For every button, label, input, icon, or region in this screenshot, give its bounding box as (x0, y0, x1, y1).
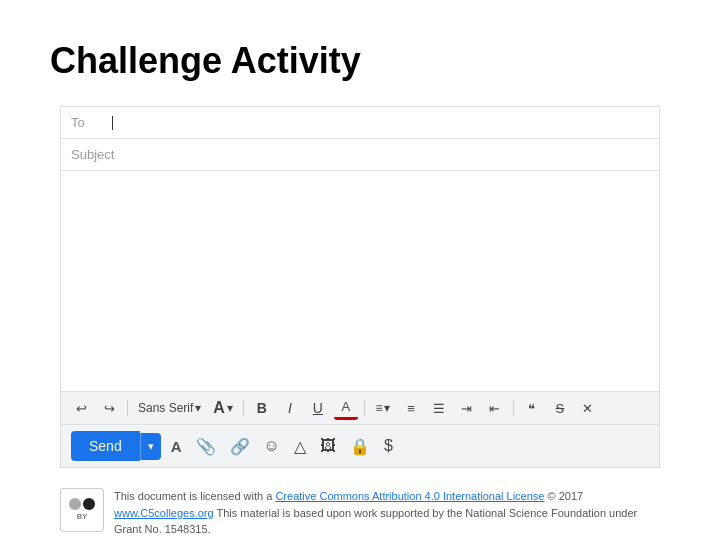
c5colleges-link[interactable]: www.C5colleges.org (114, 507, 214, 519)
email-body-area[interactable] (61, 171, 659, 391)
confidential-mode-button[interactable]: 🔒 (346, 433, 374, 460)
remove-format-icon: ✕ (582, 401, 593, 416)
italic-button[interactable]: I (278, 396, 302, 420)
indent-icon: ⇥ (461, 401, 472, 416)
send-btn-group: Send ▾ (71, 431, 161, 461)
email-composer: To Subject ↩ ↪ Sans Serif ▾ A ▾ B (60, 106, 660, 468)
footer: BY This document is licensed with a Crea… (50, 468, 670, 540)
toolbar-sep-3 (364, 400, 365, 416)
insert-emoji-button[interactable]: ☺ (260, 433, 284, 459)
cc-icons (69, 498, 95, 510)
undo-button[interactable]: ↩ (69, 396, 93, 420)
cursor-indicator (112, 116, 113, 130)
insert-link-button[interactable]: 🔗 (226, 433, 254, 460)
send-dropdown-button[interactable]: ▾ (140, 433, 161, 460)
blockquote-icon: ❝ (528, 401, 535, 416)
toolbar-sep-1 (127, 400, 128, 416)
strikethrough-button[interactable]: S (548, 396, 572, 420)
outdent-icon: ⇤ (489, 401, 500, 416)
subject-label: Subject (71, 147, 114, 162)
footer-text-1: This document is licensed with a (114, 490, 275, 502)
font-size-icon: A (213, 399, 225, 417)
toolbar-sep-4 (513, 400, 514, 416)
send-area: Send ▾ A 📎 🔗 ☺ △ 🖼 🔒 $ (61, 424, 659, 467)
to-label: To (71, 115, 111, 130)
toolbar-sep-2 (243, 400, 244, 416)
bold-button[interactable]: B (250, 396, 274, 420)
redo-button[interactable]: ↪ (97, 396, 121, 420)
blockquote-button[interactable]: ❝ (520, 396, 544, 420)
cc-label: BY (77, 511, 88, 523)
align-dropdown-icon: ▾ (384, 401, 390, 415)
cc-icon-1 (69, 498, 81, 510)
outdent-button[interactable]: ⇤ (483, 396, 507, 420)
insert-drive-button[interactable]: △ (290, 433, 310, 460)
format-text-button[interactable]: A (167, 434, 186, 459)
unordered-list-icon: ☰ (433, 401, 445, 416)
remove-format-button[interactable]: ✕ (576, 396, 600, 420)
signature-button[interactable]: $ (380, 433, 397, 459)
strikethrough-icon: S (556, 401, 565, 416)
subject-input[interactable] (114, 147, 649, 162)
font-color-button[interactable]: A (334, 396, 358, 420)
cc-license-link[interactable]: Creative Commons Attribution 4.0 Interna… (275, 490, 544, 502)
footer-text: This document is licensed with a Creativ… (114, 488, 660, 538)
align-icon: ≡ (375, 401, 382, 415)
page-container: Challenge Activity To Subject ↩ ↪ Sans S… (0, 0, 720, 540)
formatting-toolbar: ↩ ↪ Sans Serif ▾ A ▾ B I U A ≡ ▾ (61, 391, 659, 424)
align-button[interactable]: ≡ ▾ (371, 396, 395, 420)
font-size-button[interactable]: A ▾ (209, 396, 237, 420)
font-family-label: Sans Serif (138, 401, 193, 415)
font-color-icon: A (342, 399, 351, 414)
send-button[interactable]: Send (71, 431, 140, 461)
font-family-dropdown-icon: ▾ (195, 401, 201, 415)
ordered-list-icon: ≡ (407, 401, 415, 416)
cc-license-badge: BY (60, 488, 104, 532)
underline-button[interactable]: U (306, 396, 330, 420)
font-family-button[interactable]: Sans Serif ▾ (134, 396, 205, 420)
page-title: Challenge Activity (50, 40, 670, 82)
attach-file-button[interactable]: 📎 (192, 433, 220, 460)
subject-field-row: Subject (61, 139, 659, 171)
font-size-dropdown-icon: ▾ (227, 401, 233, 415)
unordered-list-button[interactable]: ☰ (427, 396, 451, 420)
footer-text-2: © 2017 (548, 490, 584, 502)
ordered-list-button[interactable]: ≡ (399, 396, 423, 420)
indent-button[interactable]: ⇥ (455, 396, 479, 420)
cc-icon-2 (83, 498, 95, 510)
to-field-row: To (61, 107, 659, 139)
insert-photo-button[interactable]: 🖼 (316, 433, 340, 459)
